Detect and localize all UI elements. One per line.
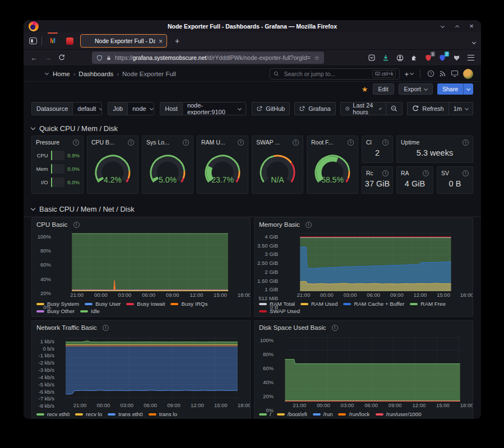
legend-item[interactable]: Busy IRQs (170, 301, 207, 307)
extension-shield-blue[interactable]: 2 (439, 54, 446, 62)
lock-icon[interactable] (106, 55, 112, 61)
refresh-interval-picker[interactable]: 1m (448, 102, 473, 115)
legend-item[interactable]: Busy Other (36, 308, 75, 314)
export-button[interactable]: Export (399, 83, 433, 95)
info-icon[interactable] (73, 139, 79, 146)
extensions-puzzle-icon[interactable] (411, 54, 418, 61)
grafana-logo-icon[interactable] (31, 69, 41, 78)
legend-item[interactable]: RAM Used (300, 301, 337, 307)
job-select[interactable]: node (128, 102, 154, 115)
info-icon[interactable] (73, 222, 80, 228)
wolf-extension-icon[interactable] (453, 54, 460, 61)
panel-root-fs-gauge[interactable]: Root F... 58.5% (307, 136, 358, 194)
info-icon[interactable] (332, 325, 338, 331)
legend-item[interactable]: recv eth0 (36, 411, 70, 417)
downloads-icon[interactable] (382, 54, 389, 61)
panel-stat-rootfs-total[interactable]: Rc 37 GiB (362, 166, 393, 194)
pinned-tab-gmail[interactable]: M (47, 35, 59, 47)
info-icon[interactable] (423, 170, 429, 176)
add-panel-button[interactable] (404, 69, 413, 79)
chart-plot[interactable] (58, 334, 246, 402)
chart-plot[interactable] (54, 231, 246, 291)
new-tab-button[interactable] (172, 35, 183, 46)
share-dropdown[interactable] (463, 83, 473, 95)
chart-plot[interactable] (281, 231, 468, 291)
panel-ram-used-gauge[interactable]: RAM U... 23.7% (197, 136, 248, 194)
window-close-button[interactable] (469, 24, 474, 29)
legend-item[interactable]: RAM Free (410, 301, 446, 307)
panel-stat-ram-total[interactable]: RA 4 GiB (396, 166, 433, 194)
legend-item[interactable]: trans eth0 (108, 411, 143, 417)
panel-pressure[interactable]: Pressure CPU0.9%Mem0.0%I/O0.0% (31, 136, 84, 194)
section-quick-cpu-mem-disk[interactable]: Quick CPU / Mem / Disk (24, 120, 481, 136)
extension-shield-red[interactable]: 1 (425, 54, 432, 62)
panel-stat-cores[interactable]: Cl 2 (362, 136, 393, 163)
account-icon[interactable] (396, 54, 404, 62)
search-box[interactable]: ctrl+k (270, 68, 400, 80)
breadcrumb-item[interactable]: Home (53, 71, 70, 77)
monitor-icon[interactable] (451, 70, 459, 77)
url-bar[interactable]: https://grafana.systemsobscure.net/d/rYd… (92, 52, 324, 64)
panel-memory-basic[interactable]: Memory Basic 0 B512 MiB1 GiB1.50 GiB2 Gi… (254, 217, 473, 317)
host-select[interactable]: node-exporter:9100 (183, 102, 246, 115)
pocket-icon[interactable] (368, 54, 375, 61)
panel-network-traffic-basic[interactable]: Network Traffic Basic 1 kb/s0 b/s-1 kb/s… (31, 320, 251, 419)
legend-item[interactable]: /run/lock (338, 411, 369, 417)
legend-item[interactable]: RAM Cache + Buffer (343, 301, 404, 307)
github-link-button[interactable]: GitHub (252, 102, 290, 115)
legend-item[interactable]: SWAP Used (259, 308, 300, 314)
info-icon[interactable] (128, 139, 134, 146)
org-switcher-chevron-icon[interactable] (45, 71, 49, 75)
info-icon[interactable] (306, 222, 312, 228)
news-rss-icon[interactable] (439, 70, 446, 77)
datasource-select[interactable]: default (73, 102, 102, 115)
chart-plot[interactable] (277, 334, 468, 402)
edit-button[interactable]: Edit (373, 83, 394, 95)
panel-swap-used-gauge[interactable]: SWAP ... N/A (252, 136, 303, 194)
legend-item[interactable]: trans lo (149, 411, 177, 417)
legend-item[interactable]: Busy User (85, 301, 121, 307)
zoom-out-button[interactable] (386, 102, 402, 115)
time-range-picker[interactable]: Last 24 hours (341, 102, 386, 115)
info-icon[interactable] (183, 139, 189, 146)
share-label[interactable]: Share (437, 83, 463, 95)
legend-item[interactable]: /run/user/1000 (376, 411, 422, 417)
legend-item[interactable]: Idle (80, 308, 100, 314)
list-all-tabs-icon[interactable] (473, 36, 475, 46)
section-basic-cpu-mem-net-disk[interactable]: Basic CPU / Mem / Net / Disk (24, 200, 481, 216)
info-icon[interactable] (293, 139, 299, 146)
bookmark-star-icon[interactable] (314, 54, 320, 62)
search-input[interactable] (283, 70, 368, 78)
breadcrumb-item[interactable]: Dashboards (78, 71, 113, 77)
info-icon[interactable] (382, 139, 389, 146)
firefox-view-icon[interactable] (29, 38, 37, 44)
grafana-link-button[interactable]: Grafana (294, 102, 336, 115)
panel-stat-uptime[interactable]: Uptime 5.3 weeks (396, 136, 473, 163)
back-button[interactable]: ← (30, 54, 38, 62)
user-avatar[interactable] (463, 69, 473, 79)
pinned-tab-2[interactable] (63, 35, 76, 47)
window-maximize-button[interactable] (454, 24, 460, 29)
panel-cpu-basic[interactable]: CPU Basic 0%20%40%60%80%100% 21:0000:000… (31, 217, 251, 317)
info-icon[interactable] (348, 139, 354, 146)
breadcrumb-item[interactable]: Node Exporter Full (122, 71, 176, 77)
info-icon[interactable] (463, 170, 469, 176)
shield-permissions-icon[interactable] (96, 55, 103, 61)
legend-item[interactable]: recv lo (75, 411, 102, 417)
info-icon[interactable] (103, 325, 109, 331)
info-icon[interactable] (463, 139, 469, 146)
panel-cpu-busy-gauge[interactable]: CPU B... 4.2% (87, 136, 138, 194)
forward-button[interactable]: → (44, 54, 52, 62)
info-icon[interactable] (238, 139, 244, 146)
legend-item[interactable]: /run (313, 411, 333, 417)
share-button[interactable]: Share (437, 83, 473, 95)
refresh-button[interactable]: Refresh (408, 102, 448, 115)
legend-item[interactable]: /boot/efi (277, 411, 307, 417)
menu-hamburger-icon[interactable] (468, 55, 474, 60)
tab-close-icon[interactable] (159, 36, 163, 46)
active-tab[interactable]: Node Exporter Full - Dashbo (80, 34, 167, 48)
favorite-star-icon[interactable] (362, 84, 368, 94)
reload-icon[interactable] (58, 54, 65, 61)
info-icon[interactable] (382, 170, 389, 176)
legend-item[interactable]: Busy Iowait (126, 301, 165, 307)
